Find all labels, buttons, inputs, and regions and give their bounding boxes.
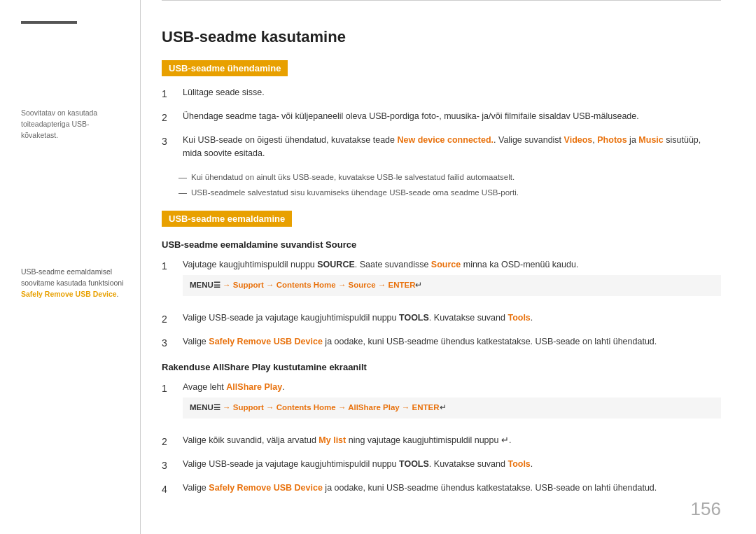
- subsection2-steps: 1 Avage leht AllShare Play. MENU☰ → Supp…: [162, 381, 721, 497]
- step-3-2: 2 Valige kõik suvandid, välja arvatud My…: [162, 434, 721, 449]
- section1-steps: 1 Lülitage seade sisse. 2 Ühendage seadm…: [162, 86, 721, 160]
- menu-path-2: MENU☰ → Support → Contents Home → AllSha…: [183, 398, 721, 418]
- step-2-2: 2 Valige USB-seade ja vajutage kaugjuhti…: [162, 311, 721, 327]
- menu-path-1: MENU☰ → Support → Contents Home → Source…: [183, 275, 721, 295]
- step-3-1: 1 Avage leht AllShare Play. MENU☰ → Supp…: [162, 381, 721, 426]
- sidebar: Soovitatav on kasutada toiteadapteriga U…: [0, 0, 140, 534]
- step-2-1-text: Vajutage kaugjuhtimispuldil nuppu SOURCE…: [183, 258, 721, 303]
- section1-header: USB-seadme ühendamine: [162, 60, 288, 76]
- step-1-1: 1 Lülitage seade sisse.: [162, 86, 721, 101]
- section1: USB-seadme ühendamine 1 Lülitage seade s…: [162, 60, 721, 199]
- page-number: 156: [691, 498, 721, 520]
- step-3-4-text: Valige Safely Remove USB Device ja oodak…: [183, 482, 721, 495]
- step-2-3-text: Valige Safely Remove USB Device ja oodak…: [183, 335, 721, 349]
- step-3-1-text: Avage leht AllShare Play. MENU☰ → Suppor…: [183, 381, 721, 426]
- step-2-1: 1 Vajutage kaugjuhtimispuldil nuppu SOUR…: [162, 258, 721, 303]
- step-1-3: 3 Kui USB-seade on õigesti ühendatud, ku…: [162, 134, 721, 160]
- section1-notes: — Kui ühendatud on ainult üks USB-seade,…: [178, 171, 721, 199]
- step-2-3: 3 Valige Safely Remove USB Device ja ood…: [162, 335, 721, 351]
- main-content: USB-seadme kasutamine USB-seadme ühendam…: [140, 0, 756, 534]
- step-3-3: 3 Valige USB-seade ja vajutage kaugjuhti…: [162, 458, 721, 473]
- page-title: USB-seadme kasutamine: [162, 28, 721, 46]
- section2-header: USB-seadme eemaldamine: [162, 211, 292, 227]
- top-border: [162, 0, 721, 1]
- step-3-3-text: Valige USB-seade ja vajutage kaugjuhtimi…: [183, 458, 721, 471]
- subsection2-title: Rakenduse AllShare Play kustutamine ekra…: [162, 362, 721, 372]
- note-1-2: — USB-seadmele salvestatud sisu kuvamise…: [178, 187, 721, 199]
- sidebar-bar: [21, 21, 77, 24]
- step-1-2: 2 Ühendage seadme taga- või küljepaneeli…: [162, 110, 721, 125]
- subsection1-steps: 1 Vajutage kaugjuhtimispuldil nuppu SOUR…: [162, 258, 721, 351]
- step-1-1-text: Lülitage seade sisse.: [183, 86, 721, 99]
- note-1-1: — Kui ühendatud on ainult üks USB-seade,…: [178, 171, 721, 184]
- step-1-2-text: Ühendage seadme taga- või küljepaneelil …: [183, 110, 721, 123]
- step-3-2-text: Valige kõik suvandid, välja arvatud My l…: [183, 434, 721, 447]
- step-3-4: 4 Valige Safely Remove USB Device ja ood…: [162, 482, 721, 497]
- step-2-2-text: Valige USB-seade ja vajutage kaugjuhtimi…: [183, 311, 721, 325]
- sidebar-note-1: Soovitatav on kasutada toiteadapteriga U…: [21, 108, 126, 141]
- sidebar-note-2: USB-seadme eemaldamisel soovitame kasuta…: [21, 267, 126, 300]
- section2: USB-seadme eemaldamine USB-seadme eemald…: [162, 211, 721, 497]
- step-1-3-text: Kui USB-seade on õigesti ühendatud, kuva…: [183, 134, 721, 160]
- subsection1-title: USB-seadme eemaldamine suvandist Source: [162, 239, 721, 250]
